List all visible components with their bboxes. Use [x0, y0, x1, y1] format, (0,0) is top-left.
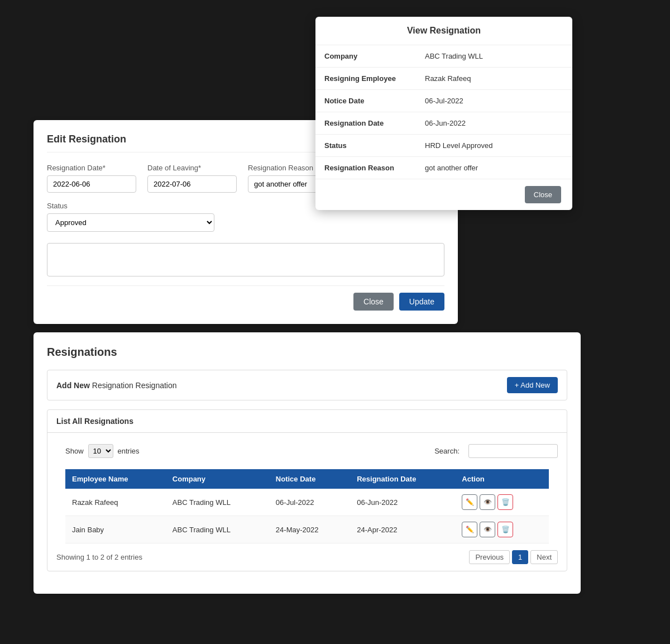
edit-close-button[interactable]: Close: [353, 293, 394, 311]
table-row: Razak Rafeeq ABC Trading WLL 06-Jul-2022…: [65, 489, 549, 516]
list-all-header: List All Resignations: [47, 410, 567, 433]
cell-employee-1: Razak Rafeeq: [65, 489, 166, 516]
table-head: Employee Name Company Notice Date Resign…: [65, 469, 549, 489]
view-label-notice-date: Notice Date: [315, 90, 416, 112]
edit-update-button[interactable]: Update: [399, 293, 444, 311]
entries-select[interactable]: 10 25 50: [88, 444, 113, 458]
cell-company-1: ABC Trading WLL: [166, 489, 269, 516]
view-value-employee: Razak Rafeeq: [416, 68, 572, 89]
view-modal-title: View Resignation: [315, 17, 572, 45]
view-label-company: Company: [315, 45, 416, 67]
edit-button-2[interactable]: ✏️: [462, 522, 477, 537]
cell-notice-date-2: 24-May-2022: [269, 516, 350, 543]
view-value-company: ABC Trading WLL: [416, 45, 572, 67]
delete-button-1[interactable]: 🗑️: [497, 494, 513, 510]
search-area: Search:: [434, 444, 558, 458]
list-all-section: List All Resignations Show 10 25 50 entr…: [47, 409, 567, 571]
add-new-text: Add New: [56, 381, 90, 390]
view-label-status: Status: [315, 135, 416, 156]
entries-label: entries: [118, 447, 140, 455]
add-new-row: Add New Resignation Resignation + Add Ne…: [47, 370, 567, 400]
resignations-table: Employee Name Company Notice Date Resign…: [65, 469, 549, 543]
cell-company-2: ABC Trading WLL: [166, 516, 269, 543]
next-button[interactable]: Next: [530, 550, 558, 564]
page-1-button[interactable]: 1: [512, 550, 528, 564]
view-button-2[interactable]: 👁️: [480, 522, 495, 537]
date-of-leaving-input[interactable]: [147, 175, 237, 193]
cell-action-1: ✏️ 👁️ 🗑️: [455, 489, 549, 516]
add-new-sublabel: Resignation: [92, 381, 133, 390]
resignation-date-input[interactable]: [47, 175, 136, 193]
add-new-button[interactable]: + Add New: [507, 377, 558, 393]
show-entries: Show 10 25 50 entries: [56, 438, 149, 464]
resignation-date-label: Resignation Date*: [47, 164, 136, 172]
pagination-row: Showing 1 to 2 of 2 entries Previous 1 N…: [47, 543, 567, 571]
show-label: Show: [65, 447, 84, 455]
search-input[interactable]: [468, 444, 558, 458]
previous-button[interactable]: Previous: [469, 550, 510, 564]
search-label: Search:: [434, 447, 460, 455]
resignation-reason-textarea-area: [47, 243, 444, 276]
table-row: Jain Baby ABC Trading WLL 24-May-2022 24…: [65, 516, 549, 543]
action-buttons-2: ✏️ 👁️ 🗑️: [462, 522, 542, 537]
view-row-employee: Resigning Employee Razak Rafeeq: [315, 68, 572, 90]
edit-actions: Close Update: [47, 285, 444, 311]
view-label-resignation-date: Resignation Date: [315, 112, 416, 134]
edit-button-1[interactable]: ✏️: [462, 494, 477, 510]
cell-notice-date-1: 06-Jul-2022: [269, 489, 350, 516]
resignations-panel: Resignations Add New Resignation Resigna…: [34, 332, 581, 594]
view-row-company: Company ABC Trading WLL: [315, 45, 572, 68]
add-new-label: Add New Resignation Resignation: [56, 381, 177, 390]
showing-text: Showing 1 to 2 of 2 entries: [56, 553, 142, 561]
view-row-resignation-date: Resignation Date 06-Jun-2022: [315, 112, 572, 135]
list-all-label: List All: [56, 417, 82, 426]
col-company: Company: [166, 469, 269, 489]
add-new-section: Add New Resignation Resignation + Add Ne…: [47, 370, 567, 400]
view-row-status: Status HRD Level Approved: [315, 135, 572, 157]
col-notice-date: Notice Date: [269, 469, 350, 489]
view-row-reason: Resignation Reason got another offer: [315, 157, 572, 179]
view-label-reason: Resignation Reason: [315, 157, 416, 179]
table-wrapper: Employee Name Company Notice Date Resign…: [47, 469, 567, 543]
table-body: Razak Rafeeq ABC Trading WLL 06-Jul-2022…: [65, 489, 549, 543]
cell-employee-2: Jain Baby: [65, 516, 166, 543]
view-close-button[interactable]: Close: [525, 186, 561, 203]
view-resignation-modal: View Resignation Company ABC Trading WLL…: [315, 17, 572, 210]
col-employee-name: Employee Name: [65, 469, 166, 489]
date-of-leaving-label: Date of Leaving*: [147, 164, 237, 172]
view-label-employee: Resigning Employee: [315, 68, 416, 89]
view-button-1[interactable]: 👁️: [480, 494, 495, 510]
resignations-title: Resignations: [47, 346, 567, 359]
cell-resignation-date-1: 06-Jun-2022: [350, 489, 455, 516]
view-value-reason: got another offer: [416, 157, 572, 179]
controls-row: Show 10 25 50 entries Search:: [47, 433, 567, 469]
view-row-notice-date: Notice Date 06-Jul-2022: [315, 90, 572, 112]
col-resignation-date: Resignation Date: [350, 469, 455, 489]
view-value-notice-date: 06-Jul-2022: [416, 90, 572, 112]
delete-button-2[interactable]: 🗑️: [497, 522, 513, 537]
cell-resignation-date-2: 24-Apr-2022: [350, 516, 455, 543]
action-buttons-1: ✏️ 👁️ 🗑️: [462, 494, 542, 510]
status-select[interactable]: Approved Pending Rejected: [47, 213, 214, 232]
resignation-date-group: Resignation Date*: [47, 164, 136, 193]
cell-action-2: ✏️ 👁️ 🗑️: [455, 516, 549, 543]
view-modal-footer: Close: [315, 179, 572, 210]
view-value-status: HRD Level Approved: [416, 135, 572, 156]
pagination-buttons: Previous 1 Next: [469, 550, 558, 564]
col-action: Action: [455, 469, 549, 489]
table-header-row: Employee Name Company Notice Date Resign…: [65, 469, 549, 489]
list-all-sublabel: Resignations: [84, 417, 133, 426]
date-of-leaving-group: Date of Leaving*: [147, 164, 237, 193]
view-value-resignation-date: 06-Jun-2022: [416, 112, 572, 134]
view-modal-body: Company ABC Trading WLL Resigning Employ…: [315, 45, 572, 179]
